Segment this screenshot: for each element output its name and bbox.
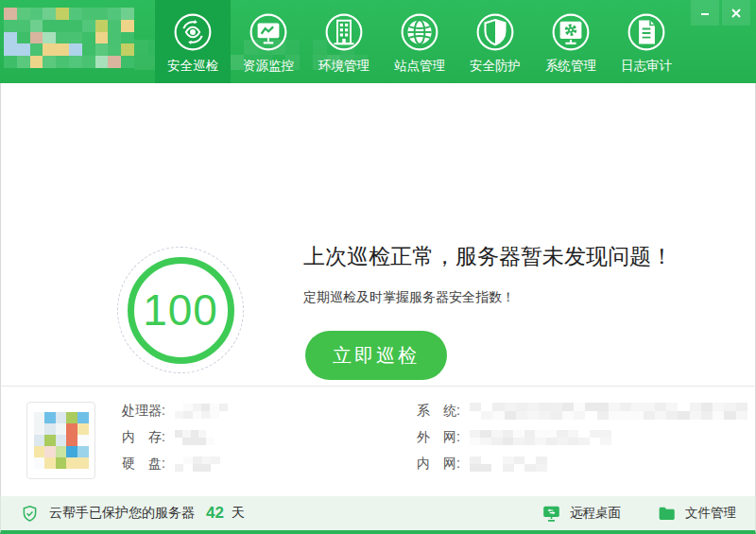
hardware-info-column: 处理器: 内 存: 硬 盘: — [122, 402, 228, 481]
server-info-panel: 处理器: 内 存: 硬 盘: 系 统: 外 网: 内 网: — [0, 386, 756, 496]
lan-label: 内 网: — [417, 456, 460, 473]
disk-row: 硬 盘: — [122, 455, 228, 474]
os-value-censored — [470, 403, 747, 420]
window-controls — [688, 0, 750, 26]
nav-label: 环境管理 — [318, 58, 369, 75]
inspect-now-button[interactable]: 立即巡检 — [305, 331, 447, 380]
nav-item-resource-monitor[interactable]: 资源监控 — [231, 0, 306, 83]
protection-status: 云帮手已保护您的服务器 42 天 — [20, 504, 245, 524]
monitor-gear-icon — [551, 12, 591, 52]
document-icon — [627, 12, 666, 52]
nav-item-security-patrol[interactable]: 安全巡检 — [155, 0, 231, 83]
nav-item-log-audit[interactable]: 日志审计 — [609, 0, 684, 83]
file-manager-button[interactable]: 文件管理 — [657, 504, 736, 524]
disk-label: 硬 盘: — [122, 456, 165, 473]
folder-icon — [657, 504, 677, 524]
processor-value-censored — [175, 404, 228, 419]
quick-actions: 远程桌面 文件管理 — [506, 504, 736, 524]
protection-days: 42 — [206, 504, 224, 523]
nav-item-site-manage[interactable]: 站点管理 — [382, 0, 457, 83]
header-bar: 安全巡检 资源监控 — [0, 0, 756, 83]
memory-row: 内 存: — [122, 428, 228, 447]
os-logo-box — [26, 402, 95, 479]
minimize-icon — [698, 7, 712, 20]
protection-text: 云帮手已保护您的服务器 — [49, 505, 195, 522]
patrol-panel: 100 上次巡检正常，服务器暂未发现问题！ 定期巡检及时掌握服务器安全指数！ 立… — [0, 83, 756, 386]
remote-desktop-button[interactable]: 远程桌面 — [541, 504, 621, 524]
building-icon — [324, 12, 364, 52]
lan-value-censored — [470, 456, 547, 472]
wan-row: 外 网: — [417, 428, 747, 447]
close-icon — [730, 7, 743, 20]
patrol-icon — [173, 12, 213, 52]
shield-half-icon — [475, 12, 515, 52]
patrol-status-subtitle: 定期巡检及时掌握服务器安全指数！ — [303, 289, 515, 306]
os-row: 系 统: — [417, 402, 747, 421]
security-score-ring: 100 — [128, 257, 234, 364]
app-window: 安全巡检 资源监控 — [0, 0, 756, 534]
shield-check-icon — [20, 504, 40, 524]
nav-item-security-protect[interactable]: 安全防护 — [457, 0, 533, 83]
disk-value-censored — [175, 456, 220, 472]
globe-icon — [400, 12, 439, 52]
patrol-status-title: 上次巡检正常，服务器暂未发现问题！ — [303, 242, 673, 271]
os-logo-censored — [34, 412, 89, 469]
nav-item-environment[interactable]: 环境管理 — [306, 0, 382, 83]
nav-label: 系统管理 — [545, 58, 596, 75]
memory-label: 内 存: — [122, 429, 165, 446]
minimize-button[interactable] — [691, 0, 719, 26]
nav-label: 安全巡检 — [167, 58, 218, 75]
remote-desktop-label: 远程桌面 — [570, 505, 621, 522]
wan-label: 外 网: — [417, 429, 460, 446]
protection-days-unit: 天 — [232, 505, 245, 522]
nav-label: 安全防护 — [470, 58, 521, 75]
remote-desktop-icon — [541, 504, 561, 524]
nav-label: 日志审计 — [621, 58, 672, 75]
close-button[interactable] — [722, 0, 750, 26]
nav-item-system-manage[interactable]: 系统管理 — [533, 0, 609, 83]
memory-value-censored — [175, 430, 215, 445]
nav-label: 站点管理 — [394, 58, 445, 75]
security-score-value: 100 — [143, 284, 218, 336]
network-info-column: 系 统: 外 网: 内 网: — [417, 402, 747, 481]
status-bar: 云帮手已保护您的服务器 42 天 远程桌面 文件管理 — [0, 496, 756, 534]
main-nav: 安全巡检 资源监控 — [155, 0, 684, 83]
lan-row: 内 网: — [417, 455, 747, 474]
os-label: 系 统: — [417, 403, 460, 420]
wan-value-censored — [470, 430, 611, 445]
monitor-chart-icon — [249, 12, 288, 52]
file-manager-label: 文件管理 — [685, 505, 736, 522]
app-logo-censored — [4, 8, 134, 68]
security-score-dial: 100 — [117, 247, 244, 373]
nav-label: 资源监控 — [243, 58, 294, 75]
processor-label: 处理器: — [122, 403, 165, 420]
processor-row: 处理器: — [122, 402, 228, 421]
